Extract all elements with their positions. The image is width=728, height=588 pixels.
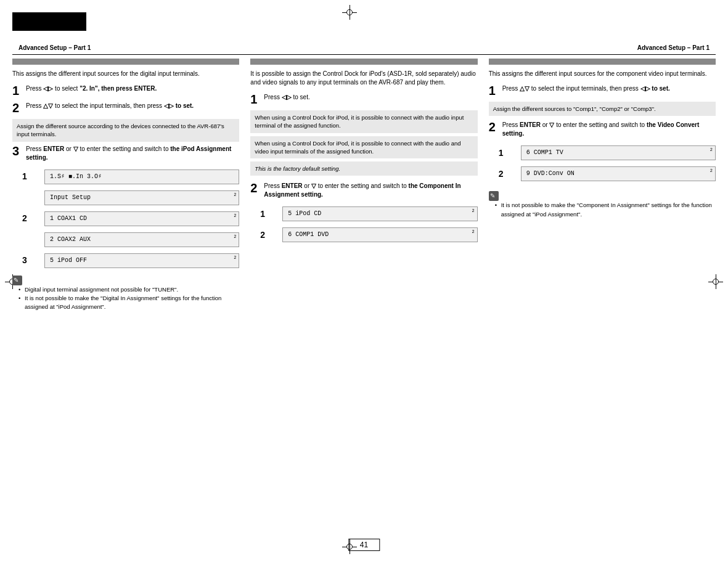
- col1-lcd-row1b: Input Setup 2: [22, 188, 239, 208]
- col1-lcd-group3: 3 5 iPod OFF 2: [22, 251, 239, 271]
- col3-step2-text: Press ENTER or ▽ to enter the setting an…: [502, 121, 716, 138]
- col1-lcd-row2: 2 1 COAX1 CD 2: [22, 209, 239, 229]
- col1-lcd3: 5 iPod OFF 2: [44, 253, 239, 268]
- col2-lcd1: 5 iPod CD 2: [282, 206, 477, 221]
- header-left: Advanced Setup – Part 1: [18, 44, 91, 51]
- page-header: Advanced Setup – Part 1 Advanced Setup –…: [0, 44, 728, 51]
- col1-lcd2b: 2 COAX2 AUX 2: [44, 232, 239, 247]
- col1-notes: Digital input terminal assignment not po…: [12, 276, 239, 312]
- col1-note-icon: [12, 276, 22, 285]
- col2-step1-num: 1: [250, 93, 260, 105]
- header-rule: [12, 54, 716, 55]
- col3-step1-text: Press △▽ to select the input terminals, …: [502, 84, 716, 93]
- col1-step2: 2 Press △▽ to select the input terminals…: [12, 102, 239, 114]
- col1-lcd1b: Input Setup 2: [44, 190, 239, 205]
- col2-step1: 1 Press ◁▷ to set.: [250, 93, 477, 105]
- col3-note-list: It is not possible to make the "Componen…: [489, 201, 716, 219]
- col2-lcd2: 6 COMP1 DVD 2: [282, 227, 477, 242]
- main-columns: This assigns the different input sources…: [12, 59, 716, 311]
- col-component: This assigns the different input sources…: [489, 59, 716, 311]
- col1-lcd-row3: 3 5 iPod OFF 2: [22, 251, 239, 271]
- col2-lcd-row2: 2 6 COMP1 DVD 2: [260, 225, 477, 245]
- col-digital-in: This assigns the different input sources…: [12, 59, 239, 311]
- page-number: 41: [348, 539, 380, 551]
- col3-step1-num: 1: [489, 84, 499, 97]
- col1-lcd-row2b: 2 COAX2 AUX 2: [22, 230, 239, 250]
- col1-step1: 1 Press ◁▷ to select "2. In", then press…: [12, 84, 239, 97]
- col3-lcd-row2: 2 9 DVD:Conv ON 2: [499, 164, 716, 184]
- col2-info-box2: When using a Control Dock for iPod, it i…: [250, 136, 477, 159]
- col3-notes: It is not possible to make the "Componen…: [489, 191, 716, 219]
- col1-step2-text: Press △▽ to select the input terminals, …: [26, 102, 239, 110]
- col1-section-bar: [12, 59, 239, 65]
- black-rectangle: [12, 12, 86, 31]
- col2-lcd-group: 1 5 iPod CD 2 2 6 COMP1 DVD 2: [260, 204, 477, 245]
- col2-lcd-row1: 1 5 iPod CD 2: [260, 204, 477, 224]
- col1-step3-num: 3: [12, 145, 22, 157]
- col2-step1-text: Press ◁▷ to set.: [264, 93, 477, 102]
- col3-note-icon: [489, 191, 499, 201]
- col2-step2-text: Press ENTER or ▽ to enter the setting an…: [264, 182, 477, 199]
- col1-lcd-group2: 2 1 COAX1 CD 2 2 COAX2 AUX 2: [22, 209, 239, 250]
- col3-section-bar: [489, 59, 716, 65]
- col2-intro: It is possible to assign the Control Doc…: [250, 70, 477, 87]
- col1-step2-num: 2: [12, 102, 22, 114]
- col3-step1: 1 Press △▽ to select the input terminals…: [489, 84, 716, 97]
- col3-step2-num: 2: [489, 121, 499, 133]
- col3-lcd1: 6 COMP1 TV 2: [521, 145, 716, 160]
- col1-note-1: Digital input terminal assignment not po…: [25, 285, 239, 294]
- col1-intro: This assigns the different input sources…: [12, 70, 239, 78]
- col3-step2: 2 Press ENTER or ▽ to enter the setting …: [489, 121, 716, 138]
- col-ipod: It is possible to assign the Control Doc…: [250, 59, 477, 311]
- col3-note-1: It is not possible to make the "Componen…: [501, 201, 716, 219]
- col1-step3-text: Press ENTER or ▽ to enter the setting an…: [26, 145, 239, 162]
- col1-info-box: Assign the different source according to…: [12, 119, 239, 142]
- col1-lcd-row1: 1 1.S♯ ■.In 3.O♯: [22, 167, 239, 187]
- col2-step2-num: 2: [250, 182, 260, 194]
- header-right: Advanced Setup – Part 1: [637, 44, 710, 51]
- col3-lcd2: 9 DVD:Conv ON 2: [521, 166, 716, 181]
- col1-lcd2: 1 COAX1 CD 2: [44, 211, 239, 226]
- col3-lcd-row1: 1 6 COMP1 TV 2: [499, 143, 716, 163]
- col2-info-box3: This is the factory default setting.: [250, 161, 477, 176]
- col1-step1-num: 1: [12, 84, 22, 97]
- col1-lcd1: 1.S♯ ■.In 3.O♯: [44, 169, 239, 184]
- col1-step3: 3 Press ENTER or ▽ to enter the setting …: [12, 145, 239, 162]
- col1-note-2: It is not possible to make the "Digital …: [25, 294, 239, 312]
- col2-info-box1: When using a Control Dock for iPod, it i…: [250, 110, 477, 133]
- col3-info-box: Assign the different sources to "Comp1",…: [489, 102, 716, 116]
- col1-step1-text: Press ◁▷ to select "2. In", then press E…: [26, 84, 239, 93]
- col3-intro: This assigns the different input sources…: [489, 70, 716, 78]
- col2-step2: 2 Press ENTER or ▽ to enter the setting …: [250, 182, 477, 199]
- col3-lcd-group: 1 6 COMP1 TV 2 2 9 DVD:Conv ON 2: [499, 143, 716, 184]
- col2-section-bar: [250, 59, 477, 65]
- col1-lcd-group1: 1 1.S♯ ■.In 3.O♯ Input Setup 2: [22, 167, 239, 208]
- col1-note-list: Digital input terminal assignment not po…: [12, 285, 239, 312]
